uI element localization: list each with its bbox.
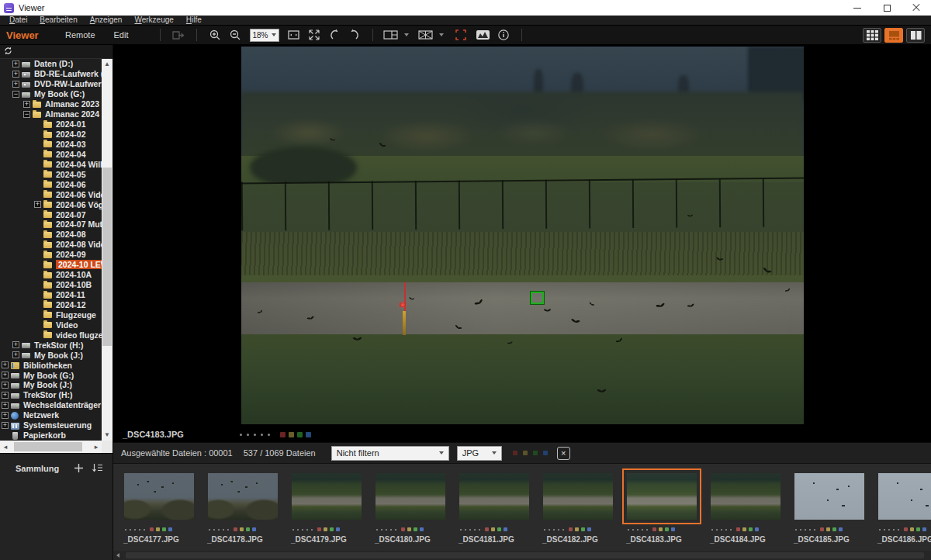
rating-dots[interactable] [544,529,564,531]
tree-item[interactable]: 2024-06 [0,179,102,189]
filter-select[interactable]: Nicht filtern [331,446,449,461]
tree-item[interactable]: + My Book (G:) [0,370,102,380]
color-label-chips[interactable] [150,527,172,531]
compare-view-button[interactable] [906,28,925,43]
tree-item[interactable]: Video [0,320,102,330]
tree-item[interactable]: + My Book (J:) [0,380,102,390]
tree-item[interactable]: 2024-01 [0,119,102,130]
chevron-down-icon[interactable] [439,33,444,36]
filter-label-chips[interactable] [513,451,548,455]
scrollbar-thumb[interactable] [14,442,82,451]
scroll-up-icon[interactable]: ▲ [102,59,112,70]
expand-toggle[interactable]: + [12,351,19,358]
tree-item[interactable]: 2024-04 Willi [0,159,102,169]
menu-item[interactable]: Anzeigen [84,16,129,25]
expand-toggle[interactable]: + [2,412,9,419]
expand-toggle[interactable]: + [2,372,9,379]
thumbnail-image[interactable] [878,473,931,520]
expand-toggle[interactable]: + [2,422,9,429]
thumbnail[interactable]: _DSC4177.JPG [117,464,201,551]
color-label-chips[interactable] [736,527,759,531]
tree-item[interactable]: + Daten (D:) [0,59,102,69]
tree-item[interactable]: 2024-12 [0,300,102,310]
restore-button[interactable] [872,0,902,16]
tree-item[interactable]: 2024-09 [0,250,102,260]
thumbnail-image[interactable] [543,473,613,520]
thumbnail-image[interactable] [794,473,864,520]
color-label-chips[interactable] [401,527,424,531]
thumbnail-image[interactable] [459,473,529,520]
histogram-icon[interactable] [476,28,491,42]
tree-item[interactable]: 2024-02 [0,130,102,140]
clear-filter-button[interactable]: × [557,447,570,460]
add-collection-button[interactable] [74,463,84,473]
format-select[interactable]: JPG [457,446,502,461]
compare-layout-icon[interactable] [383,28,399,42]
menu-item[interactable]: Datei [3,16,33,25]
color-label-chips[interactable] [485,527,507,531]
color-label-chips[interactable] [317,527,340,531]
rating-dots[interactable] [209,529,229,531]
tree-item[interactable]: 2024-11 [0,290,102,300]
thumbnail[interactable]: _DSC4178.JPG [201,464,285,551]
thumbnail[interactable]: _DSC4184.JPG [704,464,787,551]
tree-item[interactable]: + 2024-06 Vögel [0,199,102,209]
rating-dots[interactable] [460,529,480,531]
chevron-down-icon[interactable] [404,33,409,36]
thumbnail-image[interactable] [124,473,194,520]
tree-vertical-scrollbar[interactable]: ▲ ▼ [102,59,112,441]
menu-item[interactable]: Bearbeiten [33,16,83,25]
close-button[interactable] [902,0,931,16]
tree-item[interactable]: + Netzwerk [0,410,102,420]
sort-collection-button[interactable] [92,463,103,473]
expand-toggle[interactable]: + [2,382,9,389]
tab-edit[interactable]: Edit [114,30,129,40]
tree-item[interactable]: 2024-05 [0,169,102,179]
thumbnail[interactable]: _DSC4182.JPG [536,464,620,551]
info-icon[interactable] [496,28,511,42]
thumbnail[interactable]: _DSC4185.JPG [787,464,871,551]
tree-item[interactable]: 2024-06 Video [0,189,102,199]
tree-item[interactable]: 2024-10A [0,270,102,280]
rating-dots[interactable] [795,529,815,531]
tab-remote[interactable]: Remote [65,30,95,40]
tree-item[interactable]: + Systemsteuerung [0,420,102,430]
rotate-right-icon[interactable] [347,28,362,42]
expand-toggle[interactable]: + [12,81,19,88]
rating-dots[interactable] [628,529,648,531]
tree-item[interactable]: 2024-08 Video [0,240,102,250]
expand-toggle[interactable]: + [23,101,30,108]
rating-dots[interactable] [292,529,313,531]
grid-view-button[interactable] [863,28,881,43]
tree-item[interactable]: − Almanac 2024 [0,109,102,119]
tree-item[interactable]: 2024-08 [0,230,102,240]
expand-toggle[interactable]: + [34,201,41,208]
thumbnail[interactable]: _DSC4181.JPG [452,464,536,551]
thumbnail[interactable]: _DSC4180.JPG [369,464,452,551]
color-label-chips[interactable] [234,527,256,531]
thumbnail-image[interactable] [376,473,445,520]
refresh-icon[interactable] [3,45,13,59]
tree-item[interactable]: + TrekStor (H:) [0,390,102,400]
color-label-chips[interactable] [652,527,675,531]
tree-item[interactable]: + DVD-RW-Laufwerk (F [0,79,102,89]
tree-item[interactable]: 2024-03 [0,140,102,150]
expand-toggle[interactable]: + [12,341,19,348]
fullscreen-icon[interactable] [453,28,469,42]
tree-item[interactable]: video flugzeug [0,330,102,340]
color-label-chips[interactable] [280,432,311,437]
thumbnail[interactable]: _DSC4179.JPG [285,464,369,551]
thumbnail-image[interactable] [292,473,362,520]
tree-item[interactable]: Flugzeuge [0,309,102,320]
tree-item[interactable]: 2024-10 LEW [0,260,102,270]
tree-item[interactable]: + My Book (J:) [0,350,102,360]
tree-item[interactable]: + Wechseldatenträger (L:) [0,400,102,410]
zoom-level-select[interactable]: 18% [250,29,279,42]
scroll-right-icon[interactable]: ▸ [91,441,102,453]
rating-dots[interactable] [879,529,899,531]
minimize-button[interactable] [843,0,872,16]
tree-item[interactable]: − My Book (G:) [0,89,102,99]
expand-toggle[interactable]: + [12,60,19,67]
fit-to-window-icon[interactable] [286,28,302,42]
expand-toggle[interactable]: − [12,91,19,98]
